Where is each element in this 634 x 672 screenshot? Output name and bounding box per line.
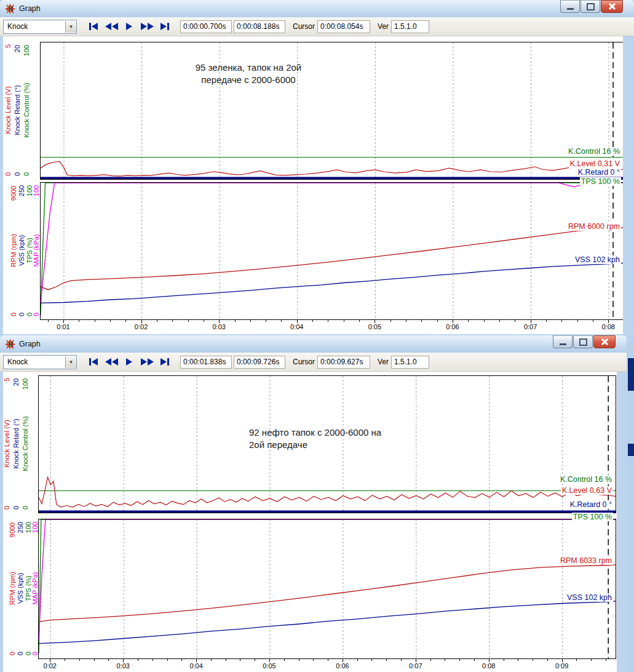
rewind-button[interactable] [105, 356, 118, 368]
knock-plot[interactable] [40, 42, 624, 180]
version-field: 1.5.1.0 [391, 356, 429, 369]
speed-plot[interactable] [40, 182, 624, 320]
minor-tick [181, 658, 182, 661]
minor-tick [240, 658, 240, 661]
minor-tick [430, 658, 431, 661]
minor-tick [561, 319, 562, 322]
view-end-time-field[interactable]: 0:00:09.726s [234, 356, 285, 369]
axis-max-value: 100 [26, 185, 33, 196]
maximize-button[interactable] [573, 335, 593, 348]
view-start-time-field[interactable]: 0:00:00.700s [180, 20, 232, 33]
maximize-icon [579, 338, 587, 346]
minor-tick [474, 658, 475, 661]
series-RPM [39, 565, 616, 622]
skip-to-start-icon [89, 358, 91, 366]
axis-min-value: 0 [25, 652, 32, 655]
x-tick-label: 0:08 [482, 662, 495, 670]
minor-tick [518, 658, 518, 661]
cursor-time-field[interactable]: 0:00:09.627s [317, 356, 370, 369]
minor-tick [167, 658, 168, 661]
maximize-button[interactable] [581, 0, 600, 13]
skip-to-start-button[interactable] [87, 20, 100, 33]
minor-tick [188, 319, 189, 322]
skip-to-end-button[interactable] [158, 356, 172, 368]
axis-max-value: 5 [4, 44, 12, 48]
minor-tick [65, 658, 65, 661]
axis-max-value: 20 [14, 45, 21, 52]
chevron-down-icon[interactable]: ▼ [65, 356, 76, 368]
minor-tick [108, 658, 109, 661]
view-end-time-field[interactable]: 0:00:08.188s [234, 20, 285, 33]
minor-tick [211, 658, 212, 661]
speed-plot[interactable] [38, 519, 616, 659]
close-button[interactable] [601, 0, 623, 13]
chevron-down-icon[interactable]: ▼ [65, 21, 76, 33]
axis-label: Knock Level (V) [3, 420, 10, 468]
minor-tick [284, 658, 285, 661]
play-button[interactable] [122, 20, 136, 33]
axis-max-value: 100 [22, 378, 29, 390]
x-tick-label: 0:06 [446, 323, 459, 330]
background-navy-block [628, 444, 634, 456]
minor-tick [255, 658, 255, 661]
cursor-time-field[interactable]: 0:00:08.054s [317, 20, 370, 33]
minor-tick [312, 319, 313, 322]
minor-tick [344, 319, 344, 322]
minimize-button[interactable] [560, 0, 580, 13]
minor-tick [357, 658, 358, 661]
axis-max-value: 250 [18, 185, 25, 196]
skip-to-end-button[interactable] [158, 20, 172, 33]
minimize-button[interactable] [553, 335, 573, 348]
axis-max-value: 5 [3, 378, 10, 382]
fast-forward-button[interactable] [140, 20, 154, 33]
x-tick-label: 0:03 [116, 662, 129, 670]
app-icon [5, 4, 15, 14]
fast-forward-icon [141, 23, 147, 30]
minor-tick [110, 319, 111, 322]
annotation-line: 95 зеленка, тапок на 2ой [180, 62, 317, 74]
fast-forward-button[interactable] [140, 356, 154, 368]
skip-to-start-button[interactable] [87, 356, 100, 368]
minor-tick [138, 658, 138, 661]
minor-tick [299, 658, 299, 661]
play-icon [126, 358, 132, 366]
rewind-button[interactable] [105, 20, 118, 33]
channel-select-value: Knock [7, 22, 28, 31]
minor-tick [94, 658, 95, 661]
minor-tick [576, 658, 577, 661]
toolbar: Knock ▼ 0:00:00.700s 0:00:08.188s Cursor… [0, 17, 634, 36]
minor-tick [250, 319, 251, 322]
minor-tick [445, 658, 445, 661]
background-strip [627, 335, 634, 672]
channel-select[interactable]: Knock ▼ [3, 355, 77, 369]
chart-area: 95 зеленка, тапок на 2ой передаче с 2000… [0, 0, 634, 335]
view-start-time-field[interactable]: 0:00:01.838s [180, 356, 232, 369]
rewind-icon [105, 358, 111, 366]
minor-tick [172, 319, 173, 322]
minor-tick [593, 319, 593, 322]
x-tick-label: 0:05 [368, 323, 381, 330]
x-tick-label: 0:04 [189, 662, 202, 670]
graph-window-1: 95 зеленка, тапок на 2ой передаче с 2000… [0, 0, 634, 335]
minor-tick [547, 658, 548, 661]
axis-min-value: 0 [18, 313, 25, 316]
series-K.Level [41, 161, 624, 176]
axis-max-value: 100 [33, 185, 40, 196]
minor-tick [406, 319, 406, 322]
minor-tick [484, 319, 485, 322]
minor-tick [401, 658, 402, 661]
title-bar: Graph [0, 335, 627, 353]
minor-tick [226, 658, 226, 661]
minor-tick [533, 658, 533, 661]
play-button[interactable] [122, 356, 136, 368]
x-tick-label: 0:02 [135, 323, 148, 330]
close-button[interactable] [593, 335, 616, 348]
axis-min-value: 0 [33, 313, 40, 316]
axis-min-value: 0 [14, 172, 21, 176]
axis-label: VSS (kph) [18, 235, 25, 266]
version-label: Ver [378, 22, 389, 31]
axis-min-value: 0 [3, 506, 10, 510]
channel-select[interactable]: Knock ▼ [3, 20, 77, 34]
minor-tick [48, 319, 49, 322]
series-VSS [41, 263, 624, 303]
